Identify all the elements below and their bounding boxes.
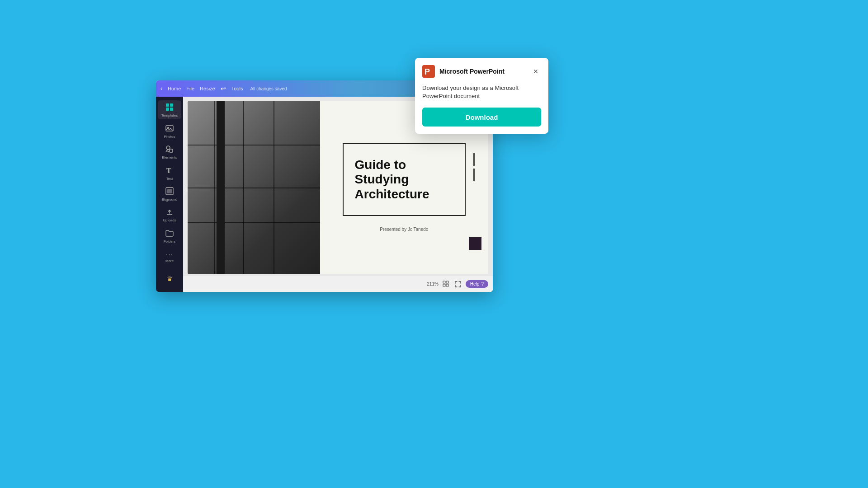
- slide-border-box: Guide to Studying Architecture: [343, 143, 466, 216]
- photos-label: Photos: [164, 135, 175, 139]
- svg-rect-13: [443, 284, 445, 286]
- ppt-dialog-title: Microsoft PowerPoint: [439, 68, 505, 75]
- slide-photo: [188, 101, 320, 274]
- uploads-icon: [165, 207, 175, 217]
- text-icon: T: [165, 165, 175, 175]
- photos-icon: [165, 123, 175, 133]
- svg-rect-12: [446, 281, 448, 283]
- slide-accent-bars: [473, 153, 475, 184]
- crown-icon: ♛: [167, 275, 173, 282]
- svg-rect-2: [166, 108, 169, 111]
- ppt-dialog-header: P Microsoft PowerPoint ✕: [415, 58, 548, 82]
- background-label: Bkground: [162, 197, 177, 202]
- black-bar: [217, 101, 225, 274]
- svg-rect-3: [170, 108, 173, 111]
- accent-bar-1: [473, 153, 475, 166]
- accent-bar-2: [473, 169, 475, 181]
- ppt-description: Download your design as a Microsoft Powe…: [422, 84, 541, 100]
- svg-rect-7: [170, 149, 173, 152]
- sidebar-item-text[interactable]: T Text: [158, 163, 181, 182]
- topbar-nav: ‹ Home File Resize ↩ Tools All changes s…: [160, 85, 287, 92]
- background-icon: [165, 186, 175, 196]
- ppt-dialog: P Microsoft PowerPoint ✕ Download your d…: [415, 58, 548, 134]
- zoom-level: 211%: [427, 282, 439, 286]
- svg-rect-11: [443, 281, 445, 283]
- grid-line: [188, 222, 320, 223]
- sidebar-item-folders[interactable]: Folders: [158, 226, 181, 245]
- sidebar-item-elements[interactable]: Elements: [158, 142, 181, 161]
- help-button[interactable]: Help ?: [466, 280, 488, 288]
- more-dots-icon: ···: [166, 251, 173, 259]
- folders-icon: [165, 228, 175, 238]
- help-icon: ?: [481, 282, 484, 286]
- ppt-logo-icon: P: [422, 65, 435, 78]
- sidebar-item-photos[interactable]: Photos: [158, 121, 181, 140]
- templates-label: Templates: [161, 113, 178, 117]
- bottom-bar: 211%: [183, 276, 493, 292]
- slide-subtitle: Presented by Jc Tanedo: [329, 227, 479, 232]
- fullscreen-icon[interactable]: [454, 280, 462, 288]
- ppt-close-button[interactable]: ✕: [530, 66, 541, 77]
- svg-rect-4: [166, 126, 173, 131]
- ppt-dialog-title-row: P Microsoft PowerPoint: [422, 65, 505, 78]
- nav-file[interactable]: File: [186, 86, 194, 91]
- nav-tools[interactable]: Tools: [231, 86, 243, 91]
- svg-text:P: P: [425, 67, 430, 76]
- undo-button[interactable]: ↩: [221, 85, 226, 92]
- svg-rect-14: [446, 284, 448, 286]
- grid-line: [188, 145, 320, 145]
- dark-square: [469, 237, 481, 250]
- svg-rect-0: [166, 103, 169, 107]
- sidebar-item-background[interactable]: Bkground: [158, 184, 181, 203]
- grid-view-icon[interactable]: [442, 280, 450, 288]
- sidebar-item-more[interactable]: ··· More: [158, 247, 181, 266]
- elements-label: Elements: [162, 155, 177, 160]
- svg-text:T: T: [166, 167, 171, 174]
- text-label: Text: [166, 177, 173, 181]
- nav-resize[interactable]: Resize: [200, 86, 215, 91]
- folders-label: Folders: [164, 239, 176, 244]
- svg-rect-10: [167, 189, 172, 193]
- sidebar: Templates Photos: [156, 97, 183, 292]
- nav-home[interactable]: Home: [168, 86, 181, 91]
- slide-title: Guide to Studying Architecture: [355, 158, 429, 202]
- svg-rect-1: [170, 103, 173, 107]
- elements-icon: [165, 144, 175, 154]
- help-label: Help: [470, 282, 480, 286]
- grid-line: [188, 188, 320, 188]
- ppt-download-button[interactable]: Download: [422, 108, 541, 127]
- uploads-label: Uploads: [163, 218, 176, 222]
- photo-grid-lines: [188, 101, 320, 274]
- sidebar-item-templates[interactable]: Templates: [158, 100, 181, 119]
- sidebar-item-uploads[interactable]: Uploads: [158, 205, 181, 224]
- back-arrow[interactable]: ‹: [160, 85, 162, 92]
- saved-status: All changes saved: [250, 86, 287, 91]
- sidebar-item-crown[interactable]: ♛: [158, 269, 181, 288]
- templates-icon: [165, 102, 175, 112]
- ppt-dialog-body: Download your design as a Microsoft Powe…: [415, 82, 548, 134]
- more-label: More: [165, 259, 174, 263]
